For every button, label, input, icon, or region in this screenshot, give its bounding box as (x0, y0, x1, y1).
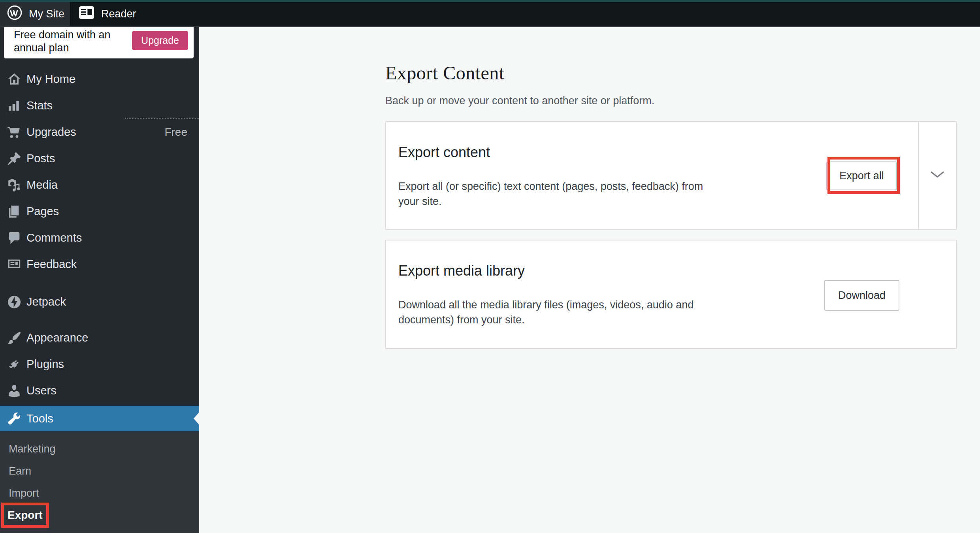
active-item-arrow (194, 412, 199, 425)
appearance-icon (6, 330, 22, 346)
masterbar: My Site Reader (0, 0, 980, 27)
sidebar-item-stats[interactable]: Stats (0, 92, 199, 119)
tools-submenu: Marketing Earn Import Export (0, 431, 199, 533)
masterbar-reader[interactable]: Reader (70, 2, 136, 26)
sidebar-item-label: Feedback (26, 258, 77, 271)
card-description: Download all the media library files (im… (398, 297, 762, 327)
masterbar-my-site-label: My Site (29, 8, 64, 20)
sidebar-item-appearance[interactable]: Appearance (0, 325, 199, 351)
card-heading: Export content (398, 144, 902, 161)
upgrade-button[interactable]: Upgrade (132, 31, 188, 50)
card-heading: Export media library (398, 263, 940, 279)
sidebar-item-label: Upgrades (26, 126, 76, 139)
masterbar-my-site[interactable]: My Site (0, 2, 70, 26)
submenu-item-export[interactable]: Export (0, 504, 199, 526)
upgrade-banner-text: Free domain with an annual plan (14, 28, 111, 54)
sidebar-item-plugins[interactable]: Plugins (0, 351, 199, 377)
sidebar-item-label: Plugins (26, 358, 64, 371)
sidebar-item-my-home[interactable]: My Home (0, 66, 199, 92)
sidebar-item-jetpack[interactable]: Jetpack (0, 289, 199, 315)
upgrade-banner: Free domain with an annual plan Upgrade (4, 24, 194, 58)
comments-icon (6, 230, 22, 246)
export-annotation-box: Export (1, 503, 49, 528)
sidebar-item-label: Users (26, 384, 57, 397)
sidebar-item-label: My Home (26, 73, 75, 86)
export-content-card: Export content Export all (or specific) … (385, 121, 957, 230)
tools-icon (6, 411, 22, 426)
sidebar-item-comments[interactable]: Comments (0, 225, 199, 251)
submenu-item-label: Earn (9, 465, 31, 477)
sidebar-item-label: Tools (26, 412, 53, 425)
users-icon (6, 383, 22, 399)
sidebar-item-posts[interactable]: Posts (0, 145, 199, 172)
download-button[interactable]: Download (824, 280, 899, 311)
cart-icon (6, 124, 22, 140)
card-description: Export all (or specific) text content (p… (398, 179, 762, 209)
jetpack-icon (6, 294, 22, 310)
pushpin-icon (6, 151, 22, 167)
reader-icon (79, 6, 94, 23)
submenu-item-earn[interactable]: Earn (0, 460, 199, 482)
sidebar-item-media[interactable]: Media (0, 172, 199, 198)
feedback-icon (6, 257, 22, 272)
expand-options-button[interactable] (918, 122, 956, 229)
plugins-icon (6, 357, 22, 372)
submenu-item-marketing[interactable]: Marketing (0, 438, 199, 460)
masterbar-reader-label: Reader (101, 8, 136, 20)
sidebar-item-users[interactable]: Users (0, 377, 199, 404)
sidebar-item-label: Pages (26, 205, 59, 218)
sidebar-item-pages[interactable]: Pages (0, 198, 199, 225)
submenu-item-import[interactable]: Import (0, 482, 199, 504)
submenu-item-label: Import (9, 487, 39, 499)
sidebar-item-label: Stats (26, 99, 53, 112)
plan-badge: Free (164, 126, 187, 139)
sidebar: Free domain with an annual plan Upgrade … (0, 27, 199, 533)
pages-icon (6, 204, 22, 220)
sidebar-item-feedback[interactable]: Feedback (0, 251, 199, 278)
sidebar-item-upgrades[interactable]: Upgrades Free (0, 119, 199, 145)
sidebar-item-label: Posts (26, 152, 55, 165)
export-media-card: Export media library Download all the me… (385, 240, 957, 349)
home-icon (6, 71, 22, 87)
submenu-item-label: Marketing (9, 443, 56, 455)
submenu-item-label: Export (8, 509, 43, 522)
sidebar-item-tools[interactable]: Tools (0, 406, 199, 431)
wordpress-logo-icon (7, 5, 23, 23)
sidebar-menu: My Home Stats Upgrades (0, 66, 199, 431)
page-title: Export Content (385, 62, 980, 84)
sidebar-item-label: Comments (26, 231, 82, 244)
chevron-down-icon (930, 171, 944, 180)
sidebar-item-label: Jetpack (26, 295, 66, 308)
main-content: Export Content Back up or move your cont… (199, 27, 980, 533)
media-icon (6, 177, 22, 193)
sidebar-item-label: Appearance (26, 331, 88, 344)
page-subtitle: Back up or move your content to another … (385, 95, 980, 107)
stats-icon (6, 98, 22, 114)
sidebar-item-label: Media (26, 178, 58, 191)
export-all-button[interactable]: Export all (826, 161, 897, 190)
